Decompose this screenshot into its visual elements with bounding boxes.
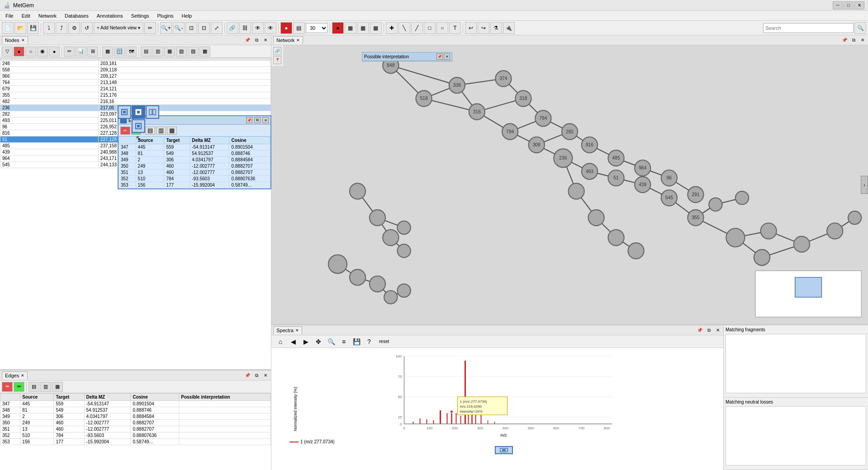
edges-tab-close[interactable]: ✕: [21, 373, 24, 378]
node-map1[interactable]: ▦: [345, 22, 356, 34]
filter-button[interactable]: ⚗: [490, 22, 502, 34]
graph-nodes[interactable]: 848 518 336 316 374 794 318 308 784 236 …: [328, 57, 861, 304]
node-map3[interactable]: ▦: [370, 22, 382, 34]
network-tab[interactable]: Network ✕: [273, 36, 303, 44]
table-row[interactable]: 34923064.03417970.8884584: [119, 157, 270, 163]
table-row[interactable]: 350249460-12.0027770.8882707: [119, 163, 270, 169]
minimize-button[interactable]: ─: [833, 1, 843, 9]
color-button[interactable]: ●: [280, 22, 292, 34]
node-drag-widget[interactable]: ↖: [118, 105, 159, 142]
spectra-tab-close[interactable]: ✕: [295, 328, 299, 333]
popup-t3[interactable]: ▦: [167, 127, 177, 135]
unlink-button[interactable]: ⛓: [239, 22, 251, 34]
table-row[interactable]: 764213,148: [0, 80, 271, 86]
nodes-circle-btn[interactable]: ○: [25, 47, 36, 56]
spec-pan-btn[interactable]: ✥: [313, 337, 324, 347]
rect-button[interactable]: □: [424, 22, 436, 34]
line2-button[interactable]: ╱: [411, 22, 423, 34]
menu-plugins[interactable]: Plugins: [154, 12, 177, 19]
nodes-filter1[interactable]: ▽: [2, 47, 13, 56]
table-row[interactable]: 482216,16: [0, 99, 271, 105]
edges-col-interp[interactable]: Possible interpretation: [179, 394, 271, 401]
line-button[interactable]: ╲: [398, 22, 410, 34]
right-handle[interactable]: ›: [861, 176, 868, 194]
menu-network[interactable]: Network: [35, 12, 60, 19]
net-side-btn1[interactable]: 🔗: [273, 47, 281, 55]
network-add-button[interactable]: + Add Network view ▾: [94, 22, 143, 34]
nodes-pin-button[interactable]: 📌: [244, 37, 251, 44]
table-row[interactable]: 353156177-15.9920040.58749...: [0, 439, 271, 445]
drag-icon-2[interactable]: [132, 105, 145, 119]
table-row[interactable]: 347445559-54.9131470.8901504: [119, 144, 270, 150]
nodes-scatter-btn[interactable]: ⊞: [87, 47, 98, 56]
nodes-table-btn[interactable]: ▦: [102, 47, 113, 56]
popup-col-target[interactable]: Target: [164, 137, 190, 144]
nodes-table-container[interactable]: 248203,181558209,118966209,127764213,148…: [0, 58, 271, 369]
drag-icon-3[interactable]: [146, 105, 159, 119]
add-node-button[interactable]: ✚: [386, 22, 398, 34]
table-row[interactable]: 355215,176: [0, 92, 271, 99]
spectra-close-btn[interactable]: ✕: [714, 327, 721, 334]
spec-help-btn[interactable]: ?: [364, 337, 375, 347]
table-row[interactable]: 3488154954.9125370.888746: [119, 150, 270, 157]
edit-button[interactable]: ✏: [144, 22, 156, 34]
redo-button[interactable]: ↪: [478, 22, 489, 34]
nodes-col4[interactable]: ▧: [176, 47, 187, 56]
nodes-col2[interactable]: ▥: [152, 47, 163, 56]
nodes-col3[interactable]: ▦: [164, 47, 175, 56]
spectra-view-btn[interactable]: [495, 446, 513, 454]
table-row[interactable]: 350249460-12.0027770.8882707: [0, 420, 271, 426]
nodes-float-button[interactable]: ⧉: [253, 37, 260, 44]
spectra-tab[interactable]: Spectra ✕: [273, 326, 302, 334]
edges-close-button[interactable]: ✕: [262, 372, 269, 379]
spec-back-btn[interactable]: ◀: [288, 337, 299, 347]
zoom-select[interactable]: 30 50 75 100: [306, 23, 328, 33]
search-input[interactable]: [763, 23, 854, 33]
spec-save-btn[interactable]: 💾: [351, 337, 362, 347]
spectra-pin-btn[interactable]: 📌: [696, 327, 703, 334]
interp-close-btn[interactable]: ✕: [444, 53, 450, 60]
net-side-btn2[interactable]: 📍: [273, 56, 281, 64]
table-row[interactable]: 3488154954.9125370.888746: [0, 407, 271, 414]
popup-close-btn[interactable]: ✕: [262, 117, 269, 123]
table-row[interactable]: 353156177-15.9920040.58749...: [119, 182, 270, 188]
edges-float-button[interactable]: ⧉: [253, 372, 260, 379]
new-button[interactable]: 📄: [2, 22, 14, 34]
popup-col-delta[interactable]: Delta MZ: [190, 137, 229, 144]
table-row[interactable]: 347445559-54.9131470.8901504: [0, 401, 271, 407]
nodes-bar-btn[interactable]: 📊: [76, 47, 86, 56]
node-map2[interactable]: ▦: [357, 22, 369, 34]
settings-button[interactable]: ⚙: [68, 22, 80, 34]
nodes-col1[interactable]: ▤: [141, 47, 152, 56]
network-close-btn[interactable]: ✕: [859, 37, 866, 44]
save-button[interactable]: 💾: [27, 22, 39, 34]
popup-col-cosine[interactable]: Cosine: [229, 137, 270, 144]
nodes-close-button[interactable]: ✕: [262, 37, 269, 44]
interp-pin-btn[interactable]: 📌: [436, 53, 443, 60]
nodes-pie-btn[interactable]: ◉: [37, 47, 48, 56]
zoom-out-button[interactable]: 🔍-: [173, 22, 185, 34]
table-row[interactable]: 352510784-93.56030.88807636: [119, 176, 270, 182]
spec-fwd-btn[interactable]: ▶: [300, 337, 311, 347]
close-button[interactable]: ✕: [854, 1, 864, 9]
maximize-button[interactable]: □: [844, 1, 854, 9]
edges-table-container[interactable]: Source Target Delta MZ Cosine Possible i…: [0, 393, 271, 470]
edges-t2[interactable]: ▥: [40, 382, 51, 392]
nodes-color-btn[interactable]: ●: [14, 47, 24, 56]
eye2-button[interactable]: 👁: [265, 22, 276, 34]
circle-button[interactable]: ○: [436, 22, 448, 34]
open-button[interactable]: 📂: [14, 22, 26, 34]
search-button[interactable]: 🔍: [854, 22, 866, 34]
edges-col-cosine[interactable]: Cosine: [131, 394, 179, 401]
undo-button[interactable]: ↩: [465, 22, 477, 34]
spec-config-btn[interactable]: ≡: [338, 337, 349, 347]
edges-t1[interactable]: ▤: [28, 382, 39, 392]
popup-pin-btn[interactable]: 📌: [246, 117, 252, 123]
refresh-button[interactable]: ↺: [81, 22, 93, 34]
zoom-fit-button[interactable]: ⊡: [185, 22, 197, 34]
edges-tab[interactable]: Edges ✕: [2, 371, 28, 379]
node-color-button[interactable]: ●: [332, 22, 344, 34]
nodes-map-btn[interactable]: 🗺: [126, 47, 137, 56]
plugin-button[interactable]: 🔌: [503, 22, 515, 34]
zoom-in-button[interactable]: 🔍+: [160, 22, 172, 34]
